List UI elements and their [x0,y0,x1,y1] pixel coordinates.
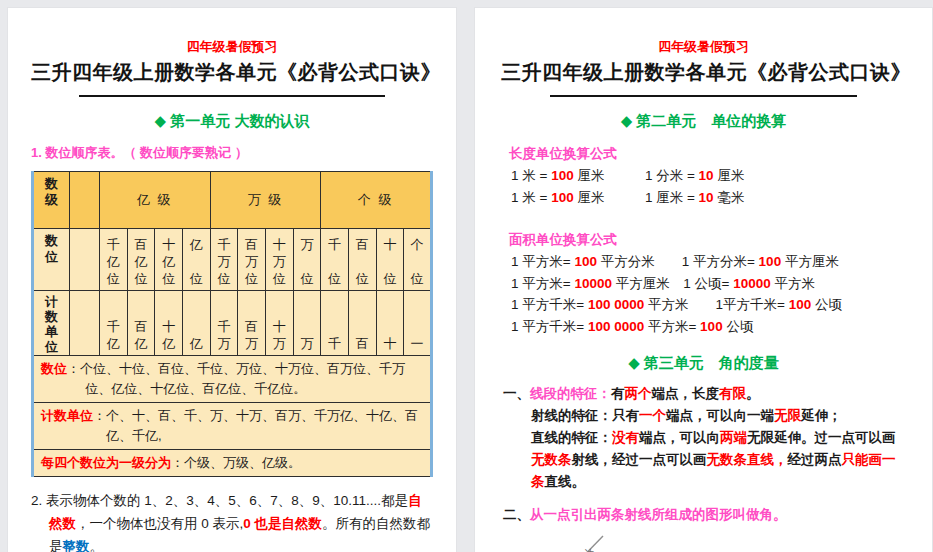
area-conversion-line: 1 平方千米= 100 0000 平方米 1平方千米= 100 公顷 [511,294,906,316]
digit-cell: 万 位 [293,229,321,291]
list-item-1: 1. 数位顺序表。（ 数位顺序要熟记 ） [31,144,433,162]
section-heading-unit3: ◆ 第三单元 角的度量 [501,354,906,373]
list-item-2: 2. 表示物体个数的 1、2、3、4、5、6、7、8、9、10.11....都是… [31,490,433,552]
table-note-counting-unit: 计数单位：个、十、百、千、万、十万、百万、千万亿、十亿、百亿、千亿, [33,403,432,450]
counting-unit-label: 计 数 单 位 [33,291,70,356]
title-underline [550,95,858,97]
digit-cell: 百 位 [348,229,376,291]
document-page-2: 四年级暑假预习 三升四年级上册数学各单元《必背公式口诀》 ◆ 第二单元 单位的换… [474,7,933,552]
empty-cell [70,172,100,229]
digit-cell: 百 亿 位 [127,229,155,291]
unit-cell: 十 亿 [155,291,183,356]
group-ge: 个 级 [321,172,432,229]
table-note-digit: 数位：个位、十位、百位、千位、万位、十万位、百万位、千万位、亿位、十亿位、百亿位… [33,355,432,402]
digit-cell: 十 万 位 [265,229,293,291]
empty-cell [70,229,100,291]
note-unit-text: 计数单位：个、十、百、千、万、十万、百万、千万亿、十亿、百亿、千亿, [41,406,423,446]
ray-features-line: 射线的特征：只有一个端点，可以向一端无限延伸； [503,405,906,427]
angle-definition-line: 二、从一点引出两条射线所组成的图形叫做角。 [503,504,906,526]
digit-cell: 百 万 位 [238,229,266,291]
area-conversion-line: 1 平方米= 100 平方分米 1 平方分米= 100 平方厘米 [511,251,906,273]
angle-diagram: 边 顶点 边 [545,528,725,552]
unit-cell: 千 [321,291,349,356]
section-heading-unit2: ◆ 第二单元 单位的换算 [501,112,906,131]
note-digit-text: 数位：个位、十位、百位、千位、万位、十万位、百万位、千万位、亿位、十亿位、百亿位… [41,359,423,399]
document-title: 三升四年级上册数学各单元《必背公式口诀》 [501,59,906,86]
unit-cell: 一 [404,291,432,356]
section-heading-unit1: ◆ 第一单元 大数的认识 [31,112,433,131]
unit-cell: 十 [376,291,404,356]
digit-cell: 十 位 [376,229,404,291]
unit-cell: 千 亿 [100,291,128,356]
digit-cell: 千 万 位 [210,229,238,291]
table-row-counting-unit: 计 数 单 位 千 亿 百 亿 十 亿 亿 千 万 百 万 十 万 万 千 百 … [33,291,432,356]
document-title: 三升四年级上册数学各单元《必背公式口诀》 [31,59,433,86]
digit-cell: 个 位 [404,229,432,291]
unit-cell: 亿 [182,291,210,356]
group-yi: 亿 级 [100,172,211,229]
empty-cell [70,291,100,356]
document-page-1: 四年级暑假预习 三升四年级上册数学各单元《必背公式口诀》 ◆ 第一单元 大数的认… [7,7,457,552]
digit-order-table: 数 级 亿 级 万 级 个 级 数 位 千 亿 位 百 亿 位 十 亿 位 亿 … [31,171,433,477]
line-features-line: 直线的特征：没有端点，可以向两端无限延伸。过一点可以画无数条射线，经过一点可以画… [503,427,906,493]
edge-label-top: 边 [584,548,595,552]
unit-cell: 千 万 [210,291,238,356]
unit-cell: 百 亿 [127,291,155,356]
unit-cell: 百 [348,291,376,356]
unit-cell: 万 [293,291,321,356]
digit-cell: 亿 位 [182,229,210,291]
digit-cell: 千 位 [321,229,349,291]
page-tag: 四年级暑假预习 [31,38,433,56]
length-conversion-line: 1 米 = 100 厘米 1 厘米 = 10 毫米 [511,187,906,209]
group-wan: 万 级 [210,172,321,229]
area-conversion-line: 1 平方米= 10000 平方厘米 1 公顷= 10000 平方米 [511,273,906,295]
level-label: 数 级 [33,172,70,229]
area-conversion-title: 面积单位换算公式 [509,231,906,249]
area-conversion-line: 1 平方千米= 100 0000 平方米= 100 公顷 [511,316,906,338]
table-note-grouping: 每四个数位为一级分为：个级、万级、亿级。 [33,450,432,477]
digit-label: 数 位 [33,229,70,291]
title-underline [79,95,385,97]
note-group-text: 每四个数位为一级分为：个级、万级、亿级。 [41,455,301,470]
length-conversion-title: 长度单位换算公式 [509,145,906,163]
segment-features-line: 一、线段的特征：有两个端点，长度有限。 [503,383,906,405]
table-row-digit: 数 位 千 亿 位 百 亿 位 十 亿 位 亿 位 千 万 位 百 万 位 十 … [33,229,432,291]
table-row-level: 数 级 亿 级 万 级 个 级 [33,172,432,229]
unit-cell: 百 万 [238,291,266,356]
digit-cell: 十 亿 位 [155,229,183,291]
page-tag: 四年级暑假预习 [501,38,906,56]
digit-cell: 千 亿 位 [100,229,128,291]
length-conversion-line: 1 米 = 100 厘米 1 分米 = 10 厘米 [511,165,906,187]
unit-cell: 十 万 [265,291,293,356]
